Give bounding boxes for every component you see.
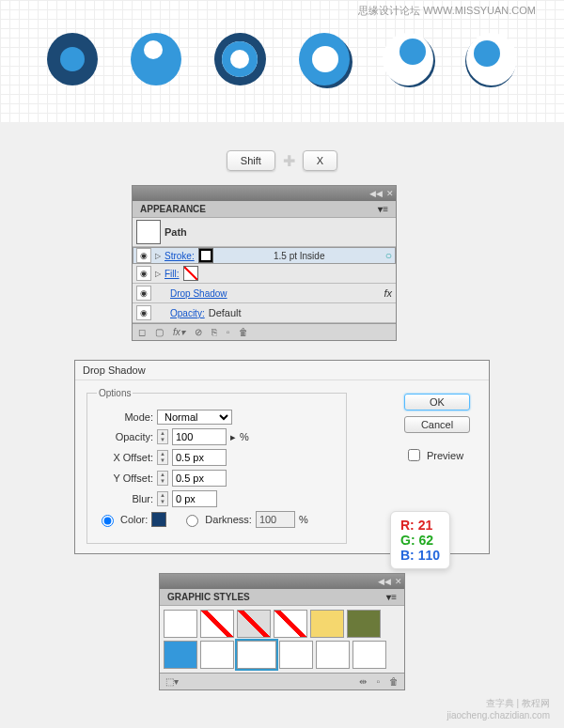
drop-shadow-dialog: Drop Shadow Options Mode:Normal Opacity:… xyxy=(74,360,490,554)
xoffset-input[interactable] xyxy=(172,449,227,466)
artboard-grid: 思缘设计论坛 WWW.MISSYUAN.COM xyxy=(0,0,564,122)
graphic-styles-tab[interactable]: GRAPHIC STYLES▾≡ xyxy=(160,589,404,606)
blur-input[interactable] xyxy=(172,490,217,507)
circle-3 xyxy=(214,33,265,85)
fx-icon: fx xyxy=(384,287,392,299)
dialog-title: Drop Shadow xyxy=(75,361,489,380)
close-icon[interactable]: ✕ xyxy=(395,577,402,586)
color-radio[interactable] xyxy=(102,515,114,527)
fx-add-icon[interactable]: fx▾ xyxy=(173,327,185,337)
panel-header[interactable]: ◀◀✕ xyxy=(133,186,396,201)
options-legend: Options xyxy=(97,388,133,398)
path-thumb xyxy=(136,220,161,244)
menu-icon[interactable]: ▾≡ xyxy=(378,204,388,214)
plus-icon: ✚ xyxy=(283,152,295,170)
preview-checkbox[interactable] xyxy=(408,449,420,461)
disclosure-icon[interactable]: ▷ xyxy=(155,270,161,278)
blur-label: Blur: xyxy=(97,493,153,504)
appearance-panel: ◀◀✕ APPEARANCE▾≡ Path ◉ ▷ Stroke: 1.5 pt… xyxy=(132,185,397,341)
style-swatch[interactable] xyxy=(200,610,234,638)
visibility-icon[interactable]: ◉ xyxy=(136,266,151,281)
duplicate-icon[interactable]: ⎘ xyxy=(212,327,217,337)
darkness-input xyxy=(256,511,295,528)
panel-header[interactable]: ◀◀✕ xyxy=(160,574,404,589)
style-swatch[interactable] xyxy=(237,610,271,638)
xoffset-label: X Offset: xyxy=(97,452,153,463)
style-swatch[interactable] xyxy=(164,610,197,638)
effect-row[interactable]: ◉ Drop Shadow fx xyxy=(133,284,396,303)
stroke-value: 1.5 pt Inside xyxy=(217,251,382,261)
fill-row[interactable]: ◉ ▷ Fill: xyxy=(133,264,396,284)
style-swatch[interactable] xyxy=(200,641,234,669)
collapse-icon[interactable]: ◀◀ xyxy=(369,189,383,198)
style-swatch[interactable] xyxy=(310,610,344,638)
visibility-icon[interactable]: ◉ xyxy=(136,248,151,263)
fill-label[interactable]: Fill: xyxy=(164,269,180,279)
close-icon[interactable]: ✕ xyxy=(386,189,394,198)
opacity-input[interactable] xyxy=(172,428,227,445)
spinner[interactable]: ▲▼ xyxy=(157,450,168,465)
key-shift: Shift xyxy=(227,150,275,171)
shortcut-hint: Shift ✚ X xyxy=(0,150,564,171)
opacity-label: Opacity: xyxy=(97,431,153,442)
trash-icon[interactable]: 🗑 xyxy=(239,327,248,337)
spinner[interactable]: ▲▼ xyxy=(157,471,168,486)
break-link-icon[interactable]: ⇹ xyxy=(359,676,367,687)
rgb-callout-2: R: 21 G: 62 B: 110 xyxy=(390,511,450,569)
circle-4 xyxy=(299,33,350,85)
style-swatch[interactable] xyxy=(279,641,313,669)
disclosure-icon[interactable]: ▷ xyxy=(155,252,161,260)
circle-1 xyxy=(47,33,98,85)
style-swatch[interactable] xyxy=(347,610,381,638)
effect-label[interactable]: Drop Shadow xyxy=(170,288,227,299)
opacity-label[interactable]: Opacity: xyxy=(170,308,205,318)
spinner[interactable]: ▲▼ xyxy=(157,429,168,444)
panel-footer: ◻ ▢ fx▾ ⊘ ⎘ ▫ 🗑 xyxy=(133,323,396,340)
graphic-styles-panel: ◀◀✕ GRAPHIC STYLES▾≡ ⬚▾ ⇹ ▫ 🗑 xyxy=(159,573,405,690)
mode-select[interactable]: Normal xyxy=(157,410,232,425)
style-swatch[interactable] xyxy=(274,610,307,638)
yoffset-label: Y Offset: xyxy=(97,472,153,484)
new-style-icon[interactable]: ▫ xyxy=(376,676,380,687)
appearance-tab[interactable]: APPEARANCE▾≡ xyxy=(133,201,396,218)
spinner[interactable]: ▲▼ xyxy=(157,491,168,506)
watermark-top: 思缘设计论坛 WWW.MISSYUAN.COM xyxy=(358,4,536,18)
yoffset-input[interactable] xyxy=(172,470,227,487)
style-swatch[interactable] xyxy=(352,641,386,669)
ok-button[interactable]: OK xyxy=(404,394,470,410)
style-swatch-selected[interactable] xyxy=(237,641,276,669)
no-select-icon[interactable]: ◻ xyxy=(138,327,146,337)
new-icon[interactable]: ▫ xyxy=(227,327,230,337)
watermark-bottom: 查字典 | 教程网 jiaocheng.chazidian.com xyxy=(446,697,550,719)
panel-footer: ⬚▾ ⇹ ▫ 🗑 xyxy=(160,673,404,689)
style-swatch[interactable] xyxy=(316,641,350,669)
visibility-icon[interactable]: ◉ xyxy=(136,305,151,320)
clear-appearance-icon[interactable]: ⊘ xyxy=(195,327,202,337)
cancel-button[interactable]: Cancel xyxy=(404,416,470,433)
darkness-radio[interactable] xyxy=(186,515,198,527)
clear-icon[interactable]: ▢ xyxy=(155,327,164,337)
stroke-row[interactable]: ◉ ▷ Stroke: 1.5 pt Inside ○ xyxy=(133,247,396,264)
visibility-icon[interactable]: ◉ xyxy=(136,286,151,301)
trash-icon[interactable]: 🗑 xyxy=(389,676,399,687)
circle-5 xyxy=(383,33,433,85)
path-label: Path xyxy=(164,226,187,238)
circle-2 xyxy=(131,33,181,85)
circle-6 xyxy=(466,33,517,85)
mode-label: Mode: xyxy=(97,411,153,423)
color-swatch[interactable] xyxy=(151,512,166,527)
stroke-swatch[interactable] xyxy=(198,248,213,263)
options-group: Options Mode:Normal Opacity:▲▼▸% X Offse… xyxy=(86,388,347,544)
target-icon: ○ xyxy=(385,249,392,262)
stroke-label[interactable]: Stroke: xyxy=(164,251,195,261)
styles-grid xyxy=(160,606,404,673)
menu-icon[interactable]: ▾≡ xyxy=(386,592,397,602)
collapse-icon[interactable]: ◀◀ xyxy=(378,577,391,586)
opacity-value: Default xyxy=(209,307,242,318)
library-icon[interactable]: ⬚▾ xyxy=(165,676,179,687)
key-x: X xyxy=(303,150,337,171)
style-swatch[interactable] xyxy=(164,641,197,669)
path-row[interactable]: Path xyxy=(133,218,396,247)
opacity-row[interactable]: ◉ Opacity: Default xyxy=(133,303,396,323)
fill-swatch[interactable] xyxy=(183,266,198,281)
